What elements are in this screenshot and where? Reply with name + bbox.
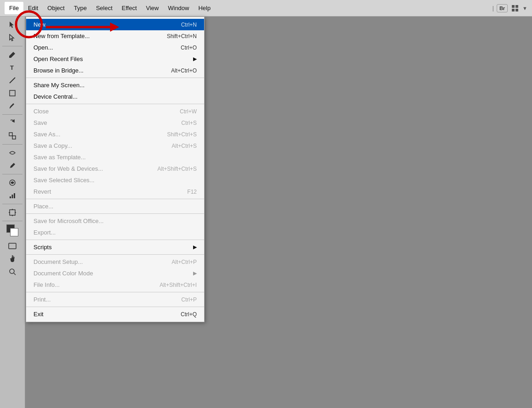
menu-item-close: CloseCtrl+W — [26, 106, 204, 117]
file-menu: New...Ctrl+NNew from Template...Shift+Ct… — [26, 17, 205, 322]
menu-item-save-selected-slices---: Save Selected Slices... — [26, 174, 204, 186]
fill-stroke-colors[interactable] — [6, 224, 18, 236]
menu-item-scripts[interactable]: Scripts▶ — [26, 241, 204, 253]
menu-object[interactable]: Object — [43, 2, 69, 14]
menu-item-label: Save as Template... — [33, 154, 197, 161]
menu-item-exit[interactable]: ExitCtrl+Q — [26, 308, 204, 320]
menu-item-revert: RevertF12 — [26, 186, 204, 197]
menu-bar-items: File Edit Object Type Select Effect View… — [5, 2, 215, 14]
submenu-arrow-icon: ▶ — [193, 244, 197, 250]
menu-item-device-central---[interactable]: Device Central... — [26, 91, 204, 102]
toolbar-sep-4 — [2, 174, 22, 174]
toolbar-sep-6 — [2, 221, 22, 221]
tool-rectangle[interactable] — [6, 87, 18, 99]
menu-item-open---[interactable]: Open...Ctrl+O — [26, 42, 204, 53]
tool-direct-select[interactable] — [6, 32, 18, 44]
svg-rect-16 — [14, 193, 15, 198]
tool-line[interactable] — [6, 74, 18, 86]
menu-effect[interactable]: Effect — [117, 2, 141, 14]
tool-type[interactable]: T — [6, 61, 18, 73]
menu-item-label: Save for Web & Devices... — [33, 165, 144, 172]
tool-pen[interactable] — [6, 49, 18, 61]
svg-rect-15 — [12, 195, 13, 198]
menu-type[interactable]: Type — [69, 2, 91, 14]
svg-rect-10 — [9, 133, 12, 136]
svg-rect-2 — [512, 9, 515, 11]
svg-rect-17 — [10, 210, 15, 215]
menu-item-label: Exit — [33, 311, 167, 318]
tool-paintbrush[interactable] — [6, 100, 18, 112]
menu-item-label: Save — [33, 119, 167, 126]
menu-item-label: Revert — [33, 188, 173, 195]
menu-item-label: Save As... — [33, 131, 153, 138]
menu-item-save-as-template---: Save as Template... — [26, 151, 204, 163]
menu-bar-right: | Br ▼ — [492, 4, 532, 13]
menu-file[interactable]: File — [5, 2, 23, 14]
menu-item-open-recent-files[interactable]: Open Recent Files▶ — [26, 53, 204, 65]
left-toolbar: T — [0, 17, 25, 408]
menu-item-save-for-web---devices---: Save for Web & Devices...Alt+Shift+Ctrl+… — [26, 163, 204, 174]
menu-item-label: Save Selected Slices... — [33, 177, 197, 184]
submenu-arrow-icon: ▶ — [193, 56, 197, 62]
menu-item-new---[interactable]: New...Ctrl+N — [26, 19, 204, 30]
menu-item-new-from-template---[interactable]: New from Template...Shift+Ctrl+N — [26, 30, 204, 42]
menu-item-save-as---: Save As...Shift+Ctrl+S — [26, 129, 204, 140]
menu-item-label: Document Setup... — [33, 258, 158, 265]
menu-item-label: New from Template... — [33, 33, 153, 39]
menu-item-label: File Info... — [33, 281, 146, 288]
menu-item-shortcut: Ctrl+P — [181, 296, 197, 303]
tool-zoom[interactable] — [6, 266, 18, 278]
svg-rect-22 — [9, 243, 16, 249]
menu-item-browse-in-bridge---[interactable]: Browse in Bridge...Alt+Ctrl+O — [26, 65, 204, 76]
tool-symbol[interactable] — [6, 177, 18, 189]
tool-screen-mode[interactable] — [6, 240, 18, 252]
menu-separator-22 — [26, 240, 204, 240]
menu-separator-24 — [26, 254, 204, 255]
submenu-arrow-icon: ▶ — [193, 270, 197, 276]
tool-select[interactable] — [6, 19, 18, 31]
menu-item-shortcut: Alt+Shift+Ctrl+I — [160, 282, 197, 288]
menu-select[interactable]: Select — [91, 2, 117, 14]
tool-hand[interactable] — [6, 253, 18, 265]
menu-view[interactable]: View — [141, 2, 163, 14]
menu-item-shortcut: Alt+Ctrl+P — [172, 259, 197, 265]
menu-item-print---: Print...Ctrl+P — [26, 294, 204, 305]
menu-item-shortcut: Ctrl+O — [181, 45, 197, 51]
menu-item-shortcut: Shift+Ctrl+N — [167, 33, 197, 39]
grid-icon[interactable] — [510, 4, 520, 13]
menu-item-label: Browse in Bridge... — [33, 67, 157, 74]
menu-item-shortcut: Alt+Ctrl+S — [172, 143, 197, 149]
menu-item-shortcut: F12 — [187, 189, 197, 195]
menu-help[interactable]: Help — [194, 2, 215, 14]
menu-item-shortcut: Ctrl+S — [181, 120, 197, 126]
toolbar-sep-1 — [2, 46, 22, 46]
svg-line-24 — [14, 273, 16, 275]
menu-item-save: SaveCtrl+S — [26, 117, 204, 129]
menu-separator-28 — [26, 292, 204, 292]
svg-text:T: T — [10, 64, 14, 71]
tool-scale[interactable] — [6, 130, 18, 142]
menu-item-label: Share My Screen... — [33, 82, 197, 89]
dropdown-arrow-icon[interactable]: ▼ — [522, 6, 527, 11]
tool-eyedropper[interactable] — [6, 160, 18, 172]
svg-rect-14 — [10, 196, 11, 198]
bridge-badge[interactable]: Br — [497, 4, 508, 12]
tool-rotate[interactable] — [6, 117, 18, 129]
svg-rect-3 — [515, 9, 518, 11]
menu-window[interactable]: Window — [163, 2, 194, 14]
tool-column-graph[interactable] — [6, 190, 18, 201]
svg-marker-4 — [10, 22, 14, 28]
tool-artboard[interactable] — [6, 207, 18, 218]
menu-item-share-my-screen---[interactable]: Share My Screen... — [26, 79, 204, 91]
menu-edit[interactable]: Edit — [23, 2, 43, 14]
menu-item-shortcut: Ctrl+N — [181, 22, 197, 28]
menu-item-label: Device Central... — [33, 93, 197, 100]
svg-marker-5 — [10, 34, 14, 41]
svg-rect-8 — [10, 90, 15, 96]
menu-bar: File Edit Object Type Select Effect View… — [0, 0, 532, 17]
tool-warp[interactable] — [6, 147, 18, 159]
menu-item-label: Print... — [33, 296, 167, 303]
menu-item-place---: Place... — [26, 201, 204, 212]
menu-item-save-a-copy---: Save a Copy...Alt+Ctrl+S — [26, 140, 204, 151]
svg-point-23 — [10, 269, 14, 274]
